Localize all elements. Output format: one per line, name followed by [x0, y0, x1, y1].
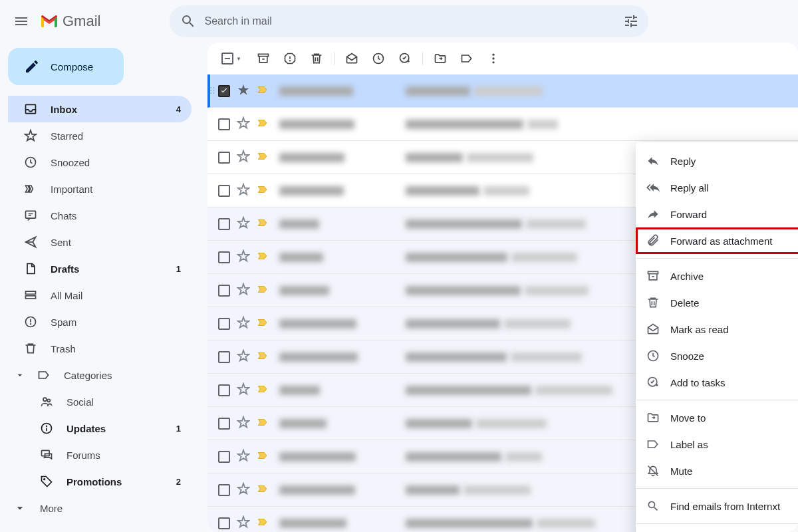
sidebar-category-forums[interactable]: Forums — [8, 442, 192, 468]
sidebar-item-spam[interactable]: Spam — [8, 309, 192, 335]
star-button[interactable] — [237, 116, 250, 132]
importance-marker[interactable] — [257, 483, 269, 497]
star-button[interactable] — [237, 349, 250, 365]
more-button[interactable] — [480, 45, 507, 72]
delete-button[interactable] — [303, 45, 330, 72]
compose-button[interactable]: Compose — [8, 48, 124, 85]
star-icon — [24, 129, 37, 142]
trash-icon — [310, 52, 323, 65]
mark-unread-button[interactable] — [338, 45, 365, 72]
menu-item-mark-as-read[interactable]: Mark as read — [636, 316, 798, 342]
importance-marker[interactable] — [257, 117, 269, 132]
svg-rect-15 — [259, 54, 269, 56]
menu-item-mute[interactable]: Mute — [636, 458, 798, 484]
row-checkbox[interactable] — [218, 152, 230, 164]
star-button[interactable] — [237, 515, 250, 531]
row-checkbox[interactable] — [218, 85, 230, 97]
sidebar-item-all-mail[interactable]: All Mail — [8, 282, 192, 309]
sidebar-category-promotions[interactable]: Promotions2 — [8, 468, 192, 495]
row-checkbox[interactable] — [218, 318, 230, 330]
star-button[interactable] — [237, 382, 250, 398]
star-button[interactable] — [237, 216, 250, 232]
mail-sender — [279, 286, 399, 295]
importance-marker[interactable] — [257, 516, 269, 531]
search-options-button[interactable] — [618, 8, 644, 35]
star-button[interactable] — [237, 83, 250, 99]
importance-marker[interactable] — [257, 317, 269, 331]
archive-button[interactable] — [250, 45, 277, 72]
row-checkbox[interactable] — [218, 384, 230, 396]
menu-item-move-to[interactable]: Move to▶ — [636, 404, 798, 431]
importance-marker[interactable] — [257, 250, 269, 265]
mail-row[interactable] — [207, 108, 798, 141]
mail-sender — [279, 519, 399, 528]
row-checkbox[interactable] — [218, 451, 230, 463]
importance-marker[interactable] — [257, 350, 269, 364]
drag-handle-icon[interactable]: ⠿ — [209, 86, 214, 96]
report-spam-button[interactable] — [277, 45, 303, 72]
row-checkbox[interactable] — [218, 285, 230, 297]
gmail-logo[interactable]: Gmail — [40, 13, 100, 30]
importance-marker[interactable] — [257, 450, 269, 464]
importance-marker[interactable] — [257, 416, 269, 431]
menu-item-delete[interactable]: Delete — [636, 289, 798, 316]
importance-marker[interactable] — [257, 84, 269, 98]
star-button[interactable] — [237, 249, 250, 265]
mail-row[interactable]: ⠿ — [207, 74, 798, 108]
importance-marker[interactable] — [257, 217, 269, 231]
row-checkbox[interactable] — [218, 118, 230, 130]
sidebar-more[interactable]: More — [8, 495, 192, 521]
star-button[interactable] — [237, 183, 250, 199]
row-checkbox[interactable] — [218, 418, 230, 430]
star-button[interactable] — [237, 416, 250, 432]
sidebar-category-social[interactable]: Social — [8, 388, 192, 415]
importance-marker[interactable] — [257, 184, 269, 198]
row-checkbox[interactable] — [218, 351, 230, 363]
snooze-button[interactable] — [365, 45, 392, 72]
sidebar-item-trash[interactable]: Trash — [8, 335, 192, 362]
star-button[interactable] — [237, 150, 250, 166]
move-to-icon — [646, 411, 660, 424]
star-button[interactable] — [237, 283, 250, 299]
row-checkbox[interactable] — [218, 218, 230, 230]
menu-item-forward-as-attachment[interactable]: Forward as attachment — [636, 227, 798, 254]
importance-marker[interactable] — [257, 283, 269, 298]
menu-item-reply-all[interactable]: Reply all — [636, 174, 798, 201]
pencil-icon — [24, 59, 40, 74]
menu-item-snooze[interactable]: Snooze — [636, 342, 798, 369]
importance-marker[interactable] — [257, 383, 269, 398]
compose-label: Compose — [51, 61, 93, 72]
menu-item-forward[interactable]: Forward — [636, 201, 798, 227]
sidebar-item-drafts[interactable]: Drafts1 — [8, 255, 192, 282]
menu-item-label-as[interactable]: Label as▶ — [636, 431, 798, 458]
row-checkbox[interactable] — [218, 185, 230, 197]
main-menu-button[interactable] — [5, 5, 37, 37]
menu-item-open-in-new-window[interactable]: Open in new window — [636, 528, 798, 532]
row-checkbox[interactable] — [218, 251, 230, 263]
search-bar[interactable] — [170, 5, 648, 37]
sidebar-item-sent[interactable]: Sent — [8, 229, 192, 255]
move-to-button[interactable] — [427, 45, 454, 72]
sidebar-item-categories[interactable]: Categories — [8, 362, 192, 388]
row-checkbox[interactable] — [218, 484, 230, 496]
select-all-button[interactable]: ▼ — [218, 45, 245, 72]
sidebar-category-updates[interactable]: Updates1 — [8, 415, 192, 442]
importance-marker[interactable] — [257, 150, 269, 165]
star-button[interactable] — [237, 316, 250, 332]
sidebar-item-snoozed[interactable]: Snoozed — [8, 149, 192, 176]
sidebar-item-inbox[interactable]: Inbox4 — [8, 96, 192, 122]
menu-item-reply[interactable]: Reply — [636, 148, 798, 174]
menu-item-add-to-tasks[interactable]: Add to tasks — [636, 369, 798, 396]
menu-item-find-emails-from-internxt[interactable]: Find emails from Internxt — [636, 493, 798, 519]
sidebar-item-chats[interactable]: Chats — [8, 202, 192, 229]
add-to-tasks-button[interactable] — [392, 45, 418, 72]
star-button[interactable] — [237, 482, 250, 498]
labels-button[interactable] — [454, 45, 480, 72]
row-checkbox[interactable] — [218, 517, 230, 529]
star-button[interactable] — [237, 449, 250, 465]
menu-item-archive[interactable]: Archive — [636, 263, 798, 289]
sidebar-item-important[interactable]: Important — [8, 176, 192, 202]
menu-divider — [636, 400, 798, 400]
search-input[interactable] — [204, 15, 610, 27]
sidebar-item-starred[interactable]: Starred — [8, 122, 192, 149]
